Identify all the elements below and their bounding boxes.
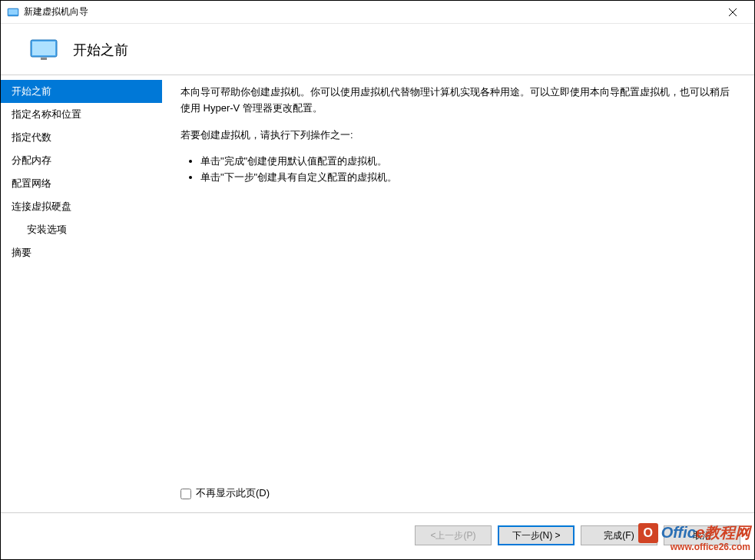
content-bullet-1: 单击"完成"创建使用默认值配置的虚拟机。 [200, 154, 733, 170]
titlebar: 新建虚拟机向导 [1, 1, 754, 24]
wizard-header: 开始之前 [1, 24, 754, 75]
close-button[interactable] [717, 2, 748, 23]
sidebar-item-generation[interactable]: 指定代数 [1, 126, 162, 149]
sidebar-item-install-options[interactable]: 安装选项 [1, 218, 162, 241]
content-bullets: 单击"完成"创建使用默认值配置的虚拟机。 单击"下一步"创建具有自定义配置的虚拟… [180, 154, 733, 186]
monitor-icon [30, 39, 58, 61]
content-bullet-2: 单击"下一步"创建具有自定义配置的虚拟机。 [200, 170, 733, 186]
window-title: 新建虚拟机向导 [24, 5, 717, 18]
sidebar-item-name-location[interactable]: 指定名称和位置 [1, 103, 162, 126]
content-paragraph-1: 本向导可帮助你创建虚拟机。你可以使用虚拟机代替物理计算机实现各种用途。可以立即使… [180, 84, 733, 117]
prev-button: <上一步(P) [415, 525, 492, 545]
svg-rect-1 [8, 9, 18, 15]
sidebar-item-summary[interactable]: 摘要 [1, 241, 162, 264]
svg-rect-6 [41, 58, 47, 60]
dont-show-again-checkbox[interactable] [180, 489, 191, 499]
finish-button[interactable]: 完成(F) [581, 525, 657, 545]
sidebar-item-memory[interactable]: 分配内存 [1, 149, 162, 172]
svg-rect-5 [32, 41, 55, 55]
content-paragraph-2: 若要创建虚拟机，请执行下列操作之一: [180, 128, 733, 144]
next-button[interactable]: 下一步(N) > [498, 525, 575, 545]
page-title: 开始之前 [73, 41, 128, 59]
close-icon [729, 8, 737, 16]
sidebar-item-before-you-begin[interactable]: 开始之前 [1, 80, 162, 103]
cancel-button[interactable]: 取消 [664, 525, 740, 545]
wizard-footer: <上一步(P) 下一步(N) > 完成(F) 取消 [1, 513, 754, 559]
app-icon [7, 6, 19, 18]
wizard-window: 新建虚拟机向导 开始之前 开始之前 指定名称和位置 指定代数 分配内存 配置网络… [0, 0, 755, 560]
wizard-body: 开始之前 指定名称和位置 指定代数 分配内存 配置网络 连接虚拟硬盘 安装选项 … [1, 75, 754, 512]
wizard-content: 本向导可帮助你创建虚拟机。你可以使用虚拟机代替物理计算机实现各种用途。可以立即使… [162, 75, 754, 512]
sidebar-item-network[interactable]: 配置网络 [1, 172, 162, 195]
wizard-sidebar: 开始之前 指定名称和位置 指定代数 分配内存 配置网络 连接虚拟硬盘 安装选项 … [1, 75, 162, 512]
dont-show-again-label: 不再显示此页(D) [196, 485, 270, 502]
sidebar-item-virtual-disk[interactable]: 连接虚拟硬盘 [1, 195, 162, 218]
dont-show-again-row[interactable]: 不再显示此页(D) [180, 485, 733, 505]
